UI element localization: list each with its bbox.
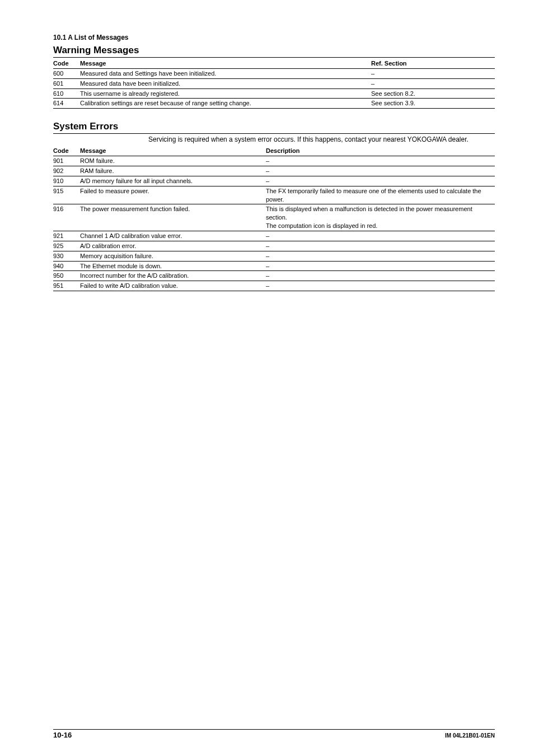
system-errors-intro: Servicing is required when a system erro… [148,135,495,144]
system-message: A/D calibration error. [80,241,266,251]
table-row: 610 This username is already registered.… [53,88,495,99]
table-row: 925 A/D calibration error. – [53,241,495,251]
system-header-row: Code Message Description [53,146,495,156]
warning-header-ref: Ref. Section [371,59,495,68]
table-row: 921 Channel 1 A/D calibration value erro… [53,231,495,241]
footer-rule [53,729,495,730]
system-desc: The FX temporarily failed to measure one… [266,186,495,204]
system-message: A/D memory failure for all input channel… [80,176,266,186]
table-row: 601 Measured data have been initialized.… [53,78,495,88]
system-desc: – [266,261,495,271]
system-message: The power measurement function failed. [80,204,266,231]
table-row: 902 RAM failure. – [53,166,495,176]
footer-doc-id: IM 04L21B01-01EN [445,732,495,739]
table-row: 901 ROM failure. – [53,156,495,166]
table-row: 600 Measured data and Settings have been… [53,68,495,78]
system-message: Incorrect number for the A/D calibration… [80,271,266,281]
system-code: 915 [53,186,80,204]
system-table: Code Message Description 901 ROM failure… [53,146,495,291]
system-header-message: Message [80,146,266,156]
warning-code: 614 [53,99,80,109]
warning-message: Measured data have been initialized. [80,78,371,88]
system-message: Memory acquisition failure. [80,251,266,261]
warning-ref: See section 3.9. [371,99,495,109]
table-row: 930 Memory acquisition failure. – [53,251,495,261]
system-code: 951 [53,281,80,291]
system-message: RAM failure. [80,166,266,176]
footer-page-number: 10-16 [53,731,72,739]
system-message: Failed to write A/D calibration value. [80,281,266,291]
system-desc: – [266,251,495,261]
system-desc: – [266,156,495,166]
system-message: Failed to measure power. [80,186,266,204]
warning-code: 601 [53,78,80,88]
system-code: 916 [53,204,80,231]
system-code: 901 [53,156,80,166]
system-header-desc: Description [266,146,495,156]
system-desc: – [266,281,495,291]
warning-messages-heading: Warning Messages [53,45,495,58]
table-row: 910 A/D memory failure for all input cha… [53,176,495,186]
warning-code: 610 [53,88,80,99]
warning-header-code: Code [53,59,80,68]
system-code: 950 [53,271,80,281]
system-code: 921 [53,231,80,241]
system-message: ROM failure. [80,156,266,166]
warning-ref: – [371,78,495,88]
warning-header-row: Code Message Ref. Section [53,59,495,68]
system-desc: – [266,271,495,281]
table-row: 950 Incorrect number for the A/D calibra… [53,271,495,281]
system-code: 925 [53,241,80,251]
table-row: 614 Calibration settings are reset becau… [53,99,495,109]
system-desc: – [266,166,495,176]
warning-table: Code Message Ref. Section 600 Measured d… [53,59,495,109]
table-row: 951 Failed to write A/D calibration valu… [53,281,495,291]
warning-code: 600 [53,68,80,78]
system-message: Channel 1 A/D calibration value error. [80,231,266,241]
system-code: 910 [53,176,80,186]
warning-ref: – [371,68,495,78]
system-code: 940 [53,261,80,271]
system-errors-heading: System Errors [53,121,495,134]
section-ref: 10.1 A List of Messages [53,34,495,41]
table-row: 940 The Ethernet module is down. – [53,261,495,271]
system-desc: This is displayed when a malfunction is … [266,204,495,231]
table-row: 916 The power measurement function faile… [53,204,495,231]
system-message: The Ethernet module is down. [80,261,266,271]
warning-ref: See section 8.2. [371,88,495,99]
page-footer: 10-16 IM 04L21B01-01EN [0,729,534,739]
system-code: 930 [53,251,80,261]
system-header-code: Code [53,146,80,156]
table-row: 915 Failed to measure power. The FX temp… [53,186,495,204]
system-desc: – [266,241,495,251]
warning-message: Measured data and Settings have been ini… [80,68,371,78]
warning-message: This username is already registered. [80,88,371,99]
warning-header-message: Message [80,59,371,68]
system-desc: – [266,231,495,241]
system-code: 902 [53,166,80,176]
system-desc: – [266,176,495,186]
warning-message: Calibration settings are reset because o… [80,99,371,109]
